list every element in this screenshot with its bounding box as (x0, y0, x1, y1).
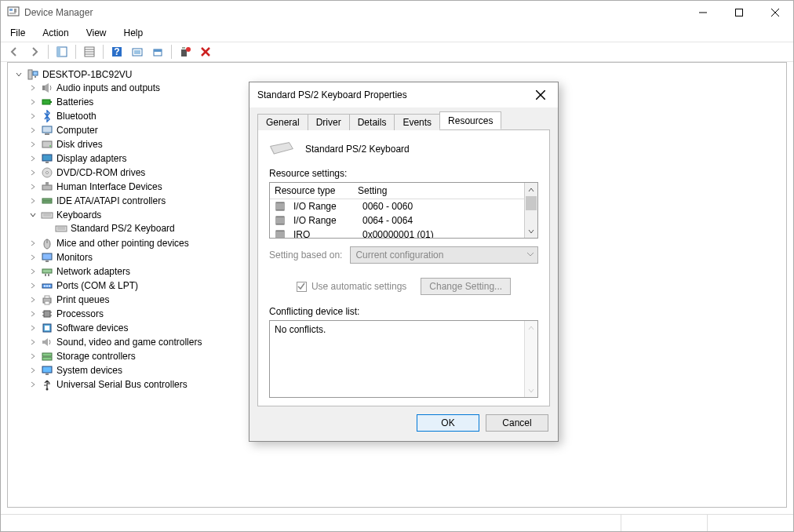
expand-icon[interactable] (28, 140, 38, 149)
menu-view[interactable]: View (83, 26, 110, 40)
show-hide-tree-button[interactable] (53, 43, 71, 60)
chevron-down-icon[interactable] (525, 224, 537, 238)
expand-icon[interactable] (28, 253, 38, 262)
resource-row[interactable]: IRQ 0x00000001 (01) (270, 228, 524, 238)
dialog-close-button[interactable] (531, 86, 550, 104)
svg-rect-32 (42, 126, 52, 133)
svg-rect-75 (46, 373, 49, 375)
app-icon (7, 6, 20, 19)
svg-rect-72 (42, 353, 52, 356)
conflict-scrollbar (524, 321, 537, 397)
ide-icon (41, 195, 53, 207)
expand-icon[interactable] (28, 111, 38, 121)
expand-icon[interactable] (28, 154, 38, 163)
resources-tab-page: Standard PS/2 Keyboard Resource settings… (257, 129, 550, 406)
svg-rect-36 (42, 155, 52, 161)
expand-icon[interactable] (28, 295, 38, 304)
resource-list[interactable]: Resource type Setting I/O Range 0060 - 0… (269, 182, 538, 239)
tree-node-label: Print queues (56, 294, 109, 305)
ok-button[interactable]: OK (417, 414, 479, 432)
tree-root[interactable]: DESKTOP-1BC92VU (14, 68, 783, 81)
resource-scrollbar[interactable] (524, 183, 537, 238)
forward-button[interactable] (26, 43, 43, 60)
device-name-label: Standard PS/2 Keyboard (305, 144, 410, 155)
tree-node-label: Mice and other pointing devices (56, 238, 189, 249)
expand-icon[interactable] (28, 182, 38, 191)
update-driver-button[interactable] (149, 43, 166, 60)
menu-help[interactable]: Help (121, 26, 147, 40)
expand-icon[interactable] (28, 281, 38, 290)
tab-driver[interactable]: Driver (308, 114, 350, 130)
svg-point-22 (186, 47, 191, 52)
maximize-button[interactable] (721, 1, 757, 24)
titlebar: Device Manager (1, 1, 793, 24)
expand-icon[interactable] (28, 337, 38, 347)
resource-type: IRQ (293, 229, 355, 238)
tree-node-label: IDE ATA/ATAPI controllers (56, 195, 166, 206)
expand-icon[interactable] (28, 83, 38, 93)
expand-icon[interactable] (28, 309, 38, 319)
setting-based-on-value: Current configuration (355, 250, 443, 261)
tree-node-label: Disk drives (56, 139, 103, 150)
svg-rect-52 (42, 253, 52, 260)
svg-rect-41 (46, 182, 49, 185)
expand-icon[interactable] (28, 239, 38, 248)
column-setting[interactable]: Setting (358, 185, 387, 196)
tab-general[interactable]: General (257, 114, 308, 130)
properties-button[interactable] (81, 43, 98, 60)
collapse-icon[interactable] (14, 70, 24, 79)
close-button[interactable] (757, 1, 793, 24)
svg-marker-29 (45, 83, 49, 93)
expand-icon[interactable] (28, 323, 38, 333)
uninstall-device-button[interactable] (177, 43, 194, 60)
svg-rect-0 (8, 7, 19, 16)
expand-icon[interactable] (28, 97, 38, 107)
expand-icon[interactable] (28, 126, 38, 135)
tree-node-label: Storage controllers (56, 351, 136, 362)
expand-icon[interactable] (28, 366, 38, 375)
svg-rect-25 (28, 70, 32, 79)
svg-rect-31 (50, 101, 52, 103)
expand-icon[interactable] (28, 352, 38, 361)
menu-file[interactable]: File (7, 26, 28, 40)
tree-node-label: DVD/CD-ROM drives (56, 167, 145, 178)
cpu-icon (41, 308, 53, 320)
resource-row[interactable]: I/O Range 0064 - 0064 (270, 213, 524, 228)
print-icon (41, 293, 53, 306)
svg-rect-74 (42, 366, 52, 373)
column-resource-type[interactable]: Resource type (275, 185, 350, 196)
scan-hardware-button[interactable] (129, 43, 146, 60)
expand-icon[interactable] (28, 210, 38, 220)
computer-icon (27, 68, 39, 81)
setting-based-on-label: Setting based on: (269, 250, 342, 261)
change-setting-button: Change Setting... (421, 278, 511, 295)
tab-events[interactable]: Events (394, 114, 440, 130)
svg-rect-53 (46, 261, 49, 262)
tree-node-label: System devices (56, 365, 122, 376)
menu-action[interactable]: Action (39, 26, 71, 40)
expand-icon[interactable] (28, 267, 38, 276)
tab-details[interactable]: Details (349, 114, 395, 130)
expand-icon[interactable] (28, 196, 38, 206)
hid-icon (41, 180, 53, 193)
disable-device-button[interactable] (197, 43, 214, 60)
chevron-up-icon[interactable] (525, 183, 537, 196)
resource-setting: 0x00000001 (01) (362, 229, 434, 238)
expand-icon[interactable] (28, 380, 38, 389)
back-button[interactable] (5, 43, 23, 60)
resource-icon (275, 230, 286, 238)
expand-icon[interactable] (28, 168, 38, 177)
minimize-button[interactable] (685, 1, 721, 24)
speaker-icon (41, 82, 53, 94)
tree-node-label: Monitors (56, 252, 93, 263)
scrollbar-thumb[interactable] (526, 196, 537, 210)
svg-rect-9 (57, 47, 60, 56)
resource-row[interactable]: I/O Range 0060 - 0060 (270, 199, 524, 213)
help-button[interactable]: ? (108, 43, 126, 60)
svg-rect-21 (182, 47, 185, 49)
cancel-button[interactable]: Cancel (486, 414, 548, 432)
display-icon (41, 152, 53, 165)
setting-based-on-combo: Current configuration (350, 246, 538, 264)
tab-resources[interactable]: Resources (439, 111, 501, 129)
chevron-down-icon (526, 250, 534, 261)
